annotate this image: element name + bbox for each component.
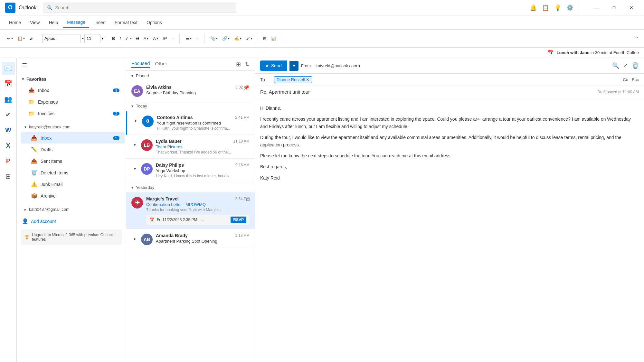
settings-icon[interactable]: ⚙️: [566, 4, 573, 11]
today-section-header[interactable]: ▾ Today: [126, 101, 255, 111]
sidebar-item-junk[interactable]: ⚠️ Junk Email: [21, 179, 125, 190]
compose-toolbar-actions: 🔍 ⤢ 🗑️: [612, 62, 639, 69]
tasks-nav-icon[interactable]: ✔: [2, 108, 15, 121]
tab-help[interactable]: Help: [45, 17, 62, 28]
reminder-banner: 📅 Lunch with Jane in 30 min at Fourth Co…: [0, 48, 644, 58]
strikethrough-button[interactable]: S: [134, 33, 141, 44]
sidebar-item-sent[interactable]: 📤 Sent Items: [21, 155, 125, 167]
mail-nav-icon[interactable]: ✉️: [2, 62, 15, 75]
clipboard-icon[interactable]: 📋: [542, 4, 549, 11]
send-dropdown-button[interactable]: ▾: [289, 61, 298, 71]
font-size-input[interactable]: [84, 34, 100, 43]
email-item-amanda[interactable]: ▸ AB Amanda Brady 1:18 PM Apartment Park…: [126, 229, 255, 249]
discard-icon[interactable]: 🗑️: [632, 62, 639, 69]
compose-body[interactable]: Hi Dianne, I recently came across your a…: [255, 98, 644, 362]
ribbon-expand-button[interactable]: ⌃: [635, 35, 639, 42]
lightbulb-icon[interactable]: 💡: [554, 4, 561, 11]
sidebar-item-drafts[interactable]: ✏️ Drafts: [21, 144, 125, 155]
sidebar-item-expenses[interactable]: 📁 Expenses: [18, 96, 125, 107]
italic-button[interactable]: I: [118, 33, 123, 44]
highlight-button[interactable]: 🖊▾: [123, 33, 134, 44]
word-nav-icon[interactable]: W: [2, 124, 15, 136]
email-list-tabs: Focused Other ⊞ ⇅: [126, 58, 255, 71]
other-tab[interactable]: Other: [155, 61, 167, 68]
account2-chevron: ▸: [24, 207, 26, 212]
focused-tab[interactable]: Focused: [131, 60, 150, 68]
pinned-section-header[interactable]: ▾ Pinned: [126, 71, 255, 81]
contoso-expand[interactable]: ▸: [132, 117, 140, 125]
text-color-button[interactable]: A▾: [142, 33, 151, 44]
zoom-icon[interactable]: 🔍: [612, 62, 619, 69]
people-nav-icon[interactable]: 👥: [2, 93, 15, 106]
close-button[interactable]: ✕: [624, 3, 639, 13]
popout-icon[interactable]: ⤢: [623, 62, 628, 69]
list-button[interactable]: ☰▾: [184, 33, 194, 44]
margies-preview: Thanks for booking your flight with Marg…: [146, 208, 250, 212]
calendar-nav-icon[interactable]: 📅: [2, 77, 15, 90]
filter-view-icon[interactable]: ⊞: [236, 61, 241, 68]
add-account-button[interactable]: 👤 Add account: [17, 216, 126, 227]
font-name-input[interactable]: [42, 34, 81, 43]
notification-icon[interactable]: 🔔: [530, 4, 537, 11]
subject-text[interactable]: Re: Apartment unit tour: [260, 89, 310, 95]
hamburger-icon[interactable]: ☰: [22, 62, 27, 69]
contoso-content: Contoso Airlines 2:41 PM Your flight res…: [157, 115, 250, 131]
sent-label: Sent Items: [41, 159, 119, 164]
undo-button[interactable]: ↩▾: [5, 33, 15, 44]
tab-message[interactable]: Message: [63, 17, 89, 28]
amanda-content: Amanda Brady 1:18 PM Apartment Parking S…: [156, 233, 250, 244]
email-item-contoso[interactable]: ▸ ✈ Contoso Airlines 2:41 PM Your flight…: [126, 111, 255, 135]
send-button[interactable]: ➤ Send: [260, 60, 287, 71]
sidebar-item-deleted[interactable]: 🗑️ Deleted Items: [21, 167, 125, 178]
margies-avatar: ✈: [131, 197, 143, 209]
bold-button[interactable]: B: [110, 33, 117, 44]
cc-button[interactable]: Cc: [623, 77, 628, 82]
tab-insert[interactable]: Insert: [90, 17, 109, 28]
email-item-elvia[interactable]: EA Elvia Atkins 8:32 AM Surprise Birthda…: [126, 81, 255, 101]
clipboard-button[interactable]: 📋▾: [15, 33, 27, 44]
sidebar-item-invoices[interactable]: 📁 Invoices 2: [18, 108, 125, 119]
sidebar-item-archive[interactable]: 📦 Archive: [21, 190, 125, 201]
bcc-button[interactable]: Bcc: [632, 77, 639, 82]
amanda-expand[interactable]: ▸: [131, 235, 139, 243]
recipient-remove-button[interactable]: ✕: [306, 77, 309, 82]
account1-header[interactable]: ▾ katyreid@outlook.com: [19, 122, 126, 132]
font-color-button[interactable]: A▾: [151, 33, 160, 44]
compose-subject-row: Re: Apartment unit tour Draft saved at 1…: [255, 86, 644, 98]
email-item-margies[interactable]: ✈ Margie's Travel 2:54 PM Confirmation L…: [126, 192, 255, 229]
apps-nav-icon[interactable]: ⊞: [2, 170, 15, 183]
minimize-button[interactable]: —: [589, 3, 604, 13]
excel-nav-icon[interactable]: X: [2, 139, 15, 152]
search-bar[interactable]: 🔍 Search: [43, 3, 236, 13]
yesterday-section-header[interactable]: ▾ Yesterday: [126, 182, 255, 192]
powerpoint-nav-icon[interactable]: P: [2, 154, 15, 167]
tab-view[interactable]: View: [26, 17, 43, 28]
tab-home[interactable]: Home: [5, 17, 25, 28]
format-painter-button[interactable]: 🖌: [27, 33, 35, 44]
sidebar-item-inbox[interactable]: 📥 Inbox 9: [21, 132, 125, 144]
daisy-expand[interactable]: ▸: [131, 164, 139, 172]
favorites-header[interactable]: ▾ Favorites: [17, 74, 126, 84]
signature-button[interactable]: ✍▾: [232, 33, 243, 44]
attach-button[interactable]: 📎▾: [208, 33, 220, 44]
deleted-icon: 🗑️: [31, 170, 37, 176]
maximize-button[interactable]: □: [607, 3, 621, 13]
table-button[interactable]: ⊞: [261, 33, 269, 44]
superscript-button[interactable]: S²: [161, 33, 169, 44]
tab-format-text[interactable]: Format text: [111, 17, 141, 28]
email-item-lydia[interactable]: ▸ LB Lydia Bauer 11:10 AM Team Pictures …: [126, 135, 255, 159]
email-item-daisy[interactable]: ▸ DP Daisy Philips 9:16 AM Yoga Workshop…: [126, 159, 255, 182]
upgrade-banner[interactable]: 🏆 Upgrade to Microsoft 365 with premium …: [21, 229, 122, 245]
sort-icon[interactable]: ⇅: [245, 61, 250, 68]
highlight2-button[interactable]: 🖊▾: [244, 33, 254, 44]
more-format-button[interactable]: ···: [169, 33, 177, 44]
sidebar-item-inbox-fav[interactable]: 📥 Inbox 9: [18, 85, 125, 96]
chart-button[interactable]: 📊: [269, 33, 278, 44]
tab-options[interactable]: Options: [143, 17, 166, 28]
rsvp-button[interactable]: RSVP: [231, 217, 246, 223]
account2-header[interactable]: ▸ katri0487@gmail.com: [19, 204, 126, 214]
more-para-button[interactable]: ···: [194, 33, 202, 44]
link-button[interactable]: 🔗▾: [220, 33, 232, 44]
lydia-expand[interactable]: ▸: [131, 141, 139, 148]
from-chevron[interactable]: ▾: [358, 63, 361, 68]
